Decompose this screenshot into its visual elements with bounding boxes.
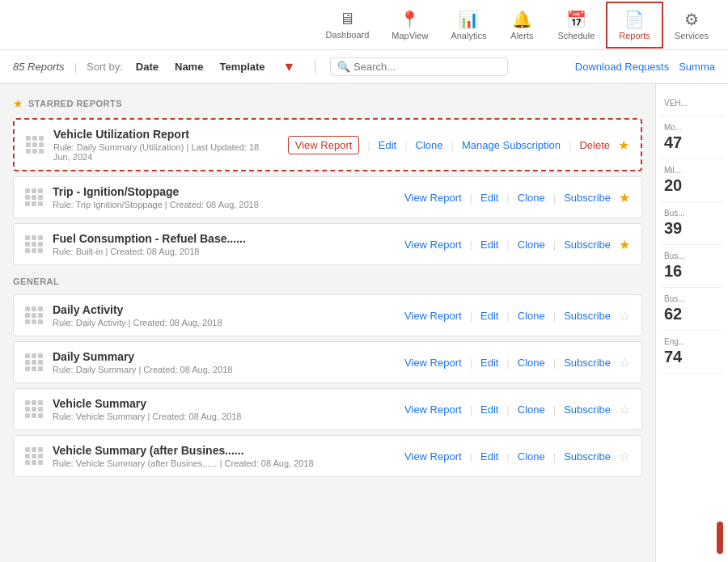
subscribe-button[interactable]: Subscribe	[564, 308, 611, 323]
drag-handle[interactable]	[25, 235, 43, 253]
drag-handle[interactable]	[25, 353, 43, 371]
star-favorite[interactable]: ☆	[619, 355, 630, 370]
subscribe-button[interactable]: Subscribe	[564, 237, 611, 252]
drag-handle[interactable]	[25, 400, 43, 418]
subscribe-button[interactable]: Subscribe	[564, 190, 611, 205]
stat-label: Mil...	[664, 166, 720, 175]
stat-value: 39	[664, 219, 720, 238]
report-date: Created: 08 Aug, 2018	[225, 458, 314, 468]
view-report-button[interactable]: View Report	[404, 355, 462, 370]
general-section-title: GENERAL	[13, 277, 59, 286]
sort-name-button[interactable]: Name	[171, 59, 206, 74]
report-actions-fuel: View Report | Edit | Clone | Subscribe ★	[404, 237, 630, 252]
star-favorite[interactable]: ★	[619, 237, 630, 252]
subscribe-button[interactable]: Subscribe	[564, 449, 611, 464]
report-date: Created: 08 Aug, 2018	[170, 200, 259, 209]
nav-mapview-label: MapView	[392, 31, 428, 40]
search-box[interactable]: 🔍	[330, 57, 508, 76]
clone-button[interactable]: Clone	[518, 402, 545, 417]
subscribe-button[interactable]: Subscribe	[564, 355, 611, 370]
edit-button[interactable]: Edit	[480, 190, 498, 205]
edit-button[interactable]: Edit	[379, 137, 396, 153]
edit-button[interactable]: Edit	[480, 355, 498, 370]
nav-alerts-label: Alerts	[510, 31, 533, 40]
clone-button[interactable]: Clone	[416, 137, 443, 153]
manage-subscription-button[interactable]: Manage Subscription	[462, 137, 561, 153]
star-favorite[interactable]: ★	[618, 137, 629, 153]
stat-value: 47	[664, 133, 720, 152]
sidebar-stat-header: VEH...	[661, 92, 723, 116]
report-name: Daily Summary	[53, 350, 395, 363]
nav-item-alerts[interactable]: 🔔 Alerts	[497, 3, 546, 47]
edit-button[interactable]: Edit	[480, 402, 498, 417]
report-info-daily-activity: Daily Activity Rule: Daily Activity | Cr…	[53, 303, 395, 327]
star-favorite[interactable]: ★	[619, 190, 630, 205]
report-meta: Rule: Vehicle Summary (after Busines....…	[53, 458, 395, 468]
clone-button[interactable]: Clone	[518, 308, 545, 323]
download-requests-link[interactable]: Download Requests	[575, 61, 669, 73]
edit-button[interactable]: Edit	[480, 308, 498, 323]
summary-link[interactable]: Summa	[679, 61, 715, 73]
stat-value: 20	[664, 176, 720, 195]
stat-label: Bus...	[664, 209, 720, 218]
services-icon: ⚙	[684, 10, 699, 29]
nav-item-mapview[interactable]: 📍 MapView	[380, 3, 439, 47]
report-date: Created: 08 Aug, 2018	[143, 365, 232, 374]
filter-icon: ▼	[283, 60, 296, 74]
drag-handle[interactable]	[25, 447, 43, 465]
clone-button[interactable]: Clone	[518, 190, 545, 205]
report-name: Daily Activity	[53, 303, 395, 316]
nav-item-services[interactable]: ⚙ Services	[663, 3, 720, 47]
view-report-button[interactable]: View Report	[288, 136, 360, 154]
clone-button[interactable]: Clone	[518, 355, 545, 370]
scrollbar-thumb[interactable]	[717, 522, 723, 554]
edit-button[interactable]: Edit	[480, 237, 498, 252]
filter-button[interactable]: ▼	[278, 58, 301, 76]
star-favorite[interactable]: ☆	[619, 308, 630, 323]
section-star-icon: ★	[13, 97, 23, 110]
report-card-vehicle-summary-business: Vehicle Summary (after Busines...... Rul…	[13, 435, 642, 477]
report-rule: Vehicle Summary	[76, 412, 146, 421]
delete-button[interactable]: Delete	[579, 137, 610, 153]
sort-label: Sort by:	[87, 61, 123, 73]
sort-date-button[interactable]: Date	[133, 59, 162, 74]
report-name: Vehicle Utilization Report	[53, 128, 278, 141]
report-card-trip-ignition: Trip - Ignition/Stoppage Rule: Trip Igni…	[13, 176, 642, 218]
report-rule-label: Rule:	[53, 142, 77, 152]
nav-item-reports[interactable]: 📄 Reports	[606, 2, 663, 49]
subscribe-button[interactable]: Subscribe	[564, 402, 611, 417]
nav-item-dashboard[interactable]: 🖥 Dashboard	[315, 3, 381, 46]
stat-label: Mo...	[664, 123, 720, 132]
drag-handle[interactable]	[25, 306, 43, 324]
edit-button[interactable]: Edit	[480, 449, 498, 464]
report-meta: Rule: Vehicle Summary | Created: 08 Aug,…	[53, 412, 395, 421]
starred-section-header: ★ STARRED REPORTS	[13, 97, 642, 110]
view-report-button[interactable]: View Report	[404, 449, 462, 464]
nav-reports-label: Reports	[619, 31, 650, 40]
report-name: Fuel Consumption - Refuel Base......	[53, 232, 395, 245]
view-report-button[interactable]: View Report	[404, 402, 462, 417]
view-report-button[interactable]: View Report	[404, 308, 462, 323]
report-rule: Daily Summary	[76, 365, 137, 374]
reports-icon: 📄	[624, 10, 645, 29]
nav-item-analytics[interactable]: 📊 Analytics	[439, 3, 497, 47]
stat-value: 74	[664, 348, 720, 366]
drag-handle[interactable]	[25, 188, 43, 206]
star-favorite[interactable]: ☆	[619, 449, 630, 464]
search-input[interactable]	[353, 61, 501, 73]
toolbar: 85 Reports | Sort by: Date Name Template…	[0, 50, 728, 84]
report-date: Created: 08 Aug, 2018	[152, 412, 241, 421]
star-favorite[interactable]: ☆	[619, 402, 630, 417]
clone-button[interactable]: Clone	[518, 237, 545, 252]
view-report-button[interactable]: View Report	[404, 190, 462, 205]
drag-handle[interactable]	[26, 136, 44, 154]
sort-template-button[interactable]: Template	[216, 59, 268, 74]
clone-button[interactable]: Clone	[518, 449, 545, 464]
report-actions-daily-activity: View Report | Edit | Clone | Subscribe ☆	[404, 308, 630, 323]
report-rule: Trip Ignition/Stoppage	[76, 200, 163, 209]
view-report-button[interactable]: View Report	[404, 237, 462, 252]
stat-label: Bus...	[664, 294, 720, 303]
nav-item-schedule[interactable]: 📅 Schedule	[546, 3, 606, 47]
main-container: ★ STARRED REPORTS Vehicle Utilization Re…	[0, 84, 728, 562]
right-sidebar: VEH... Mo... 47 Mil... 20 Bus... 39 Bus.…	[655, 84, 728, 562]
